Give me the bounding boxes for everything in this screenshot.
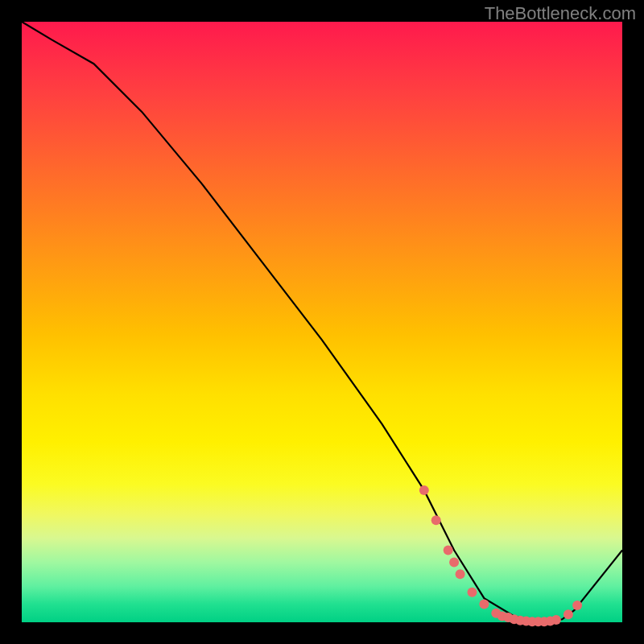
bottleneck-curve-line (22, 22, 622, 622)
marker-dot (456, 569, 465, 579)
marker-dot (551, 615, 561, 625)
marker-dot (431, 515, 441, 525)
marker-dot (449, 557, 459, 567)
marker-dot (468, 588, 477, 597)
marker-dot (564, 609, 573, 619)
marker-dot (419, 485, 429, 495)
highlight-markers (419, 485, 582, 626)
chart-svg (22, 22, 622, 622)
marker-dot (479, 600, 489, 609)
marker-dot (444, 546, 453, 555)
watermark-text: TheBottleneck.com (485, 3, 636, 24)
marker-dot (572, 601, 582, 610)
chart-plot-area (22, 22, 622, 622)
